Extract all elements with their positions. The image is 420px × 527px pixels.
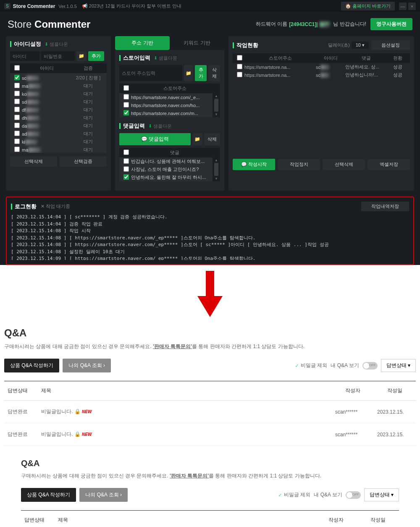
- folder-button[interactable]: 📁: [76, 51, 87, 61]
- comment-row[interactable]: 반갑습니다. 상품에 관해서 여쭤보...: [119, 157, 213, 165]
- stop-button[interactable]: 작업정지: [278, 159, 320, 170]
- store-sample-download[interactable]: 샘플다운: [154, 55, 177, 61]
- store-row[interactable]: https://smartstore.naver.com/_e...: [119, 93, 213, 101]
- log-save-button[interactable]: 작업내역저장: [361, 202, 409, 211]
- qna-my-button[interactable]: 나의 Q&A 조회 ›: [63, 359, 111, 372]
- store-add-button[interactable]: 추가: [195, 65, 207, 81]
- select-all-work[interactable]: [237, 55, 242, 60]
- excel-save-button[interactable]: 엑셀저장: [368, 159, 410, 170]
- seller-chat-link[interactable]: '판매자 톡톡문의': [153, 343, 192, 349]
- id-row-checkbox[interactable]: [14, 115, 20, 120]
- store-row-checkbox[interactable]: [123, 110, 129, 115]
- qna2-my-button[interactable]: 나의 Q&A 조회 ›: [79, 488, 128, 502]
- store-delete-button[interactable]: 삭제: [208, 65, 220, 81]
- reply-status-select[interactable]: 답변상태 ▾: [381, 359, 416, 372]
- comment-row-checkbox[interactable]: [123, 174, 129, 180]
- id-row[interactable]: ma*******대기: [10, 82, 107, 90]
- id-value: dh*******: [22, 115, 71, 121]
- license-button[interactable]: 영구사용버젼: [370, 18, 412, 30]
- id-row[interactable]: ad*******대기: [10, 130, 107, 138]
- comment-input-button[interactable]: 💬 댓글입력: [119, 133, 191, 145]
- comment-row[interactable]: 사장님, 스토어 매출 고민이시죠?: [119, 165, 213, 173]
- work-id: sc*****: [316, 73, 345, 78]
- close-button[interactable]: ×: [408, 3, 416, 10]
- id-row[interactable]: dh*******대기: [10, 114, 107, 122]
- id-row[interactable]: sd*******대기: [10, 98, 107, 106]
- qna-write-button[interactable]: 상품 Q&A 작성하기: [4, 359, 59, 372]
- qna-desc: 구매하시려는 상품에 대해 궁금한 점이 있으신 경우 문의해주세요. '판매자…: [4, 343, 416, 350]
- id-input[interactable]: [10, 51, 39, 61]
- start-button[interactable]: 💬 작성시작: [233, 159, 275, 170]
- id-status: 대기: [71, 91, 105, 97]
- minimize-button[interactable]: —: [399, 3, 407, 10]
- qna-row[interactable]: 답변완료비밀글입니다. 🔒 NEWscan******2023.12.15.: [4, 401, 416, 423]
- id-row-checkbox[interactable]: [14, 147, 20, 152]
- qna-title-cell[interactable]: 비밀글입니다. 🔒 NEW: [38, 401, 332, 423]
- comment-row[interactable]: 안녕하세요. 올한해 잘 마무리 하시...: [119, 173, 213, 181]
- id-row[interactable]: sc*******2/20 [ 진행 ]: [10, 74, 107, 82]
- comment-folder-button[interactable]: 📁: [192, 133, 202, 145]
- id-row[interactable]: kir******대기: [10, 138, 107, 146]
- store-url-input[interactable]: [119, 65, 182, 81]
- seller-chat-link[interactable]: '판매자 톡톡문의': [170, 473, 209, 479]
- store-folder-button[interactable]: 📁: [184, 65, 193, 81]
- id-row-checkbox[interactable]: [14, 75, 20, 80]
- work-row[interactable]: https://smartstore.na...sc*****안녕하세요. 상.…: [233, 63, 410, 71]
- comment-delete-button[interactable]: 삭제: [204, 133, 220, 145]
- qna-section-2: Q&A 구매하시려는 상품에 대해 궁금한 점이 있으신 경우 문의해주세요. …: [21, 459, 399, 527]
- select-all-comments[interactable]: [123, 149, 129, 155]
- work-status: 성공: [387, 72, 408, 78]
- comment-row-checkbox[interactable]: [123, 158, 129, 164]
- comment-sample-download[interactable]: 샘플다운: [148, 123, 172, 129]
- exclude-secret-checkbox[interactable]: ✓ 비밀글 제외: [295, 362, 327, 369]
- id-row[interactable]: da*******대기: [10, 122, 107, 130]
- delete-selected-button[interactable]: 선택삭제: [10, 156, 57, 167]
- option-settings-button[interactable]: 옵션설정: [371, 40, 410, 50]
- delay-select[interactable]: 10 ▾: [352, 42, 369, 49]
- store-row[interactable]: https://smartstore.naver.com/m...: [119, 109, 213, 117]
- store-row-checkbox[interactable]: [123, 94, 129, 100]
- store-row[interactable]: https://smartstore.naver.com/ho...: [119, 101, 213, 109]
- id-row-checkbox[interactable]: [14, 139, 20, 144]
- id-row[interactable]: ko*******대기: [10, 90, 107, 98]
- scrollbar[interactable]: ▲▼: [213, 157, 220, 181]
- qna-date: 2023.12.15.: [374, 423, 416, 446]
- tab-keyword[interactable]: 키워드 기반: [170, 36, 224, 50]
- id-status: 대기: [71, 107, 105, 113]
- homepage-button[interactable]: 🏠 홈페이지 바로가기: [341, 2, 395, 10]
- select-all-ids[interactable]: [14, 65, 20, 71]
- scrollbar[interactable]: ▲▼: [213, 93, 220, 117]
- id-row[interactable]: ma*******대기: [10, 146, 107, 153]
- id-row-checkbox[interactable]: [14, 107, 20, 112]
- add-id-button[interactable]: 추가: [88, 51, 104, 61]
- sample-download[interactable]: 샘플다운: [45, 41, 68, 47]
- new-badge: NEW: [82, 432, 92, 437]
- id-row-checkbox[interactable]: [14, 91, 20, 96]
- work-id: sc*****: [316, 65, 345, 70]
- qna-row[interactable]: 답변완료비밀글입니다. 🔒 NEWscan******2023.12.15.: [4, 423, 416, 446]
- log-lines: [ 2023.12.15.14:04 ] [ sc******* ] 계정 검증…: [11, 214, 409, 260]
- exclude-secret-checkbox[interactable]: ✓ 비밀글 제외: [278, 491, 310, 498]
- reply-status-select[interactable]: 답변상태 ▾: [364, 488, 399, 501]
- pw-input[interactable]: [41, 51, 75, 61]
- id-status: 대기: [71, 99, 105, 105]
- verify-selected-button[interactable]: 선택검증: [60, 156, 107, 167]
- comment-row-checkbox[interactable]: [123, 166, 129, 172]
- my-qna-toggle[interactable]: [362, 362, 378, 370]
- th-verify: 검증: [71, 65, 105, 71]
- id-row[interactable]: dfa******대기: [10, 106, 107, 114]
- work-row[interactable]: https://smartstore.na...sc*****안녕하십니까!..…: [233, 71, 410, 79]
- id-row-checkbox[interactable]: [14, 83, 20, 88]
- id-row-checkbox[interactable]: [14, 131, 20, 136]
- qna2-write-button[interactable]: 상품 Q&A 작성하기: [21, 488, 76, 502]
- select-all-stores[interactable]: [123, 85, 129, 91]
- id-row-checkbox[interactable]: [14, 99, 20, 104]
- tab-address[interactable]: 주소 기반: [115, 36, 170, 50]
- my-qna-toggle[interactable]: [346, 491, 361, 499]
- store-row-checkbox[interactable]: [123, 102, 129, 107]
- work-row-checkbox[interactable]: [237, 64, 242, 69]
- work-row-checkbox[interactable]: [237, 72, 242, 77]
- work-delete-button[interactable]: 선택삭제: [323, 159, 365, 170]
- id-row-checkbox[interactable]: [14, 123, 20, 128]
- qna-title-cell[interactable]: 비밀글입니다. 🔒 NEW: [38, 423, 332, 446]
